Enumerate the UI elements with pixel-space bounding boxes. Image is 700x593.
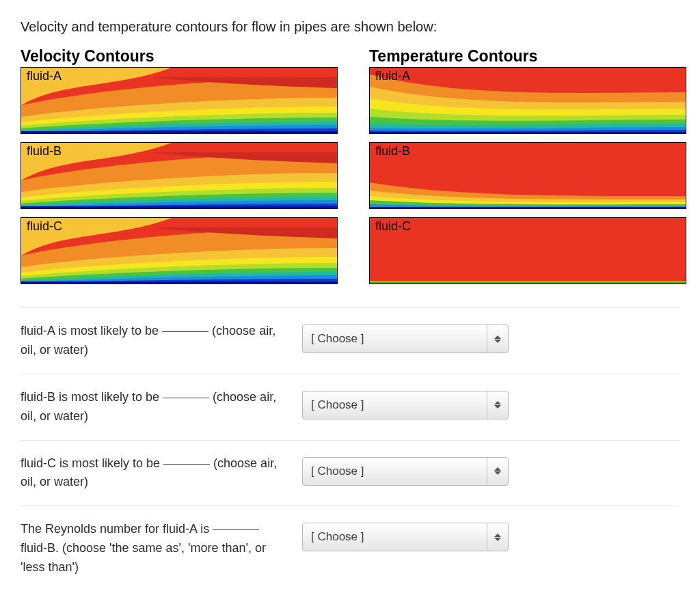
question-prompt: fluid-B is most likely to be (choose air… xyxy=(21,388,287,426)
panel-label: fluid-C xyxy=(27,219,62,234)
select-arrows-icon xyxy=(487,458,508,485)
contour-columns: Velocity Contours xyxy=(21,47,679,292)
prompt-text: fluid-C is most likely to be xyxy=(21,456,163,470)
question-prompt: The Reynolds number for fluid-A is fluid… xyxy=(21,520,287,577)
blank-line xyxy=(163,464,210,465)
question-row: fluid-C is most likely to be (choose air… xyxy=(21,441,679,506)
svg-rect-7 xyxy=(370,218,686,284)
panel-label: fluid-A xyxy=(27,69,62,83)
prompt-text: fluid-B is most likely to be xyxy=(21,390,163,404)
panel-label: fluid-B xyxy=(27,144,62,158)
answer-select[interactable]: [ Choose ] xyxy=(302,457,509,486)
temperature-panel-a: fluid-A xyxy=(369,67,686,134)
select-arrows-icon xyxy=(487,391,508,419)
velocity-column: Velocity Contours xyxy=(21,47,338,292)
select-value: [ Choose ] xyxy=(303,398,364,412)
panel-label: fluid-C xyxy=(375,219,411,234)
select-arrows-icon xyxy=(487,325,508,353)
prompt-text: The Reynolds number for fluid-A is xyxy=(21,522,213,536)
temperature-panel-c: fluid-C xyxy=(369,217,686,284)
answer-select[interactable]: [ Choose ] xyxy=(302,523,509,551)
svg-rect-0 xyxy=(21,131,337,133)
intro-text: Velocity and temperature contours for fl… xyxy=(21,19,679,35)
temperature-title: Temperature Contours xyxy=(369,47,686,66)
question-prompt: fluid-A is most likely to be (choose air… xyxy=(21,322,287,360)
select-arrows-icon xyxy=(487,523,508,551)
svg-rect-2 xyxy=(21,281,337,284)
select-value: [ Choose ] xyxy=(303,465,364,478)
select-value: [ Choose ] xyxy=(303,530,364,544)
question-list: fluid-A is most likely to be (choose air… xyxy=(21,307,679,591)
question-row: The Reynolds number for fluid-A is fluid… xyxy=(21,506,679,591)
question-row: fluid-B is most likely to be (choose air… xyxy=(21,374,679,440)
question-prompt: fluid-C is most likely to be (choose air… xyxy=(21,454,287,493)
blank-line xyxy=(213,529,259,530)
prompt-text: fluid-A is most likely to be xyxy=(21,324,162,337)
velocity-panel-b: fluid-B xyxy=(21,142,338,209)
svg-rect-1 xyxy=(21,206,337,208)
svg-rect-9 xyxy=(370,282,686,284)
velocity-panel-c: fluid-C xyxy=(21,217,338,284)
answer-select[interactable]: [ Choose ] xyxy=(302,325,509,353)
select-value: [ Choose ] xyxy=(303,332,364,346)
velocity-panel-a: fluid-A xyxy=(21,67,338,134)
panel-label: fluid-A xyxy=(375,69,410,83)
prompt-text: fluid-B. (choose 'the same as', 'more th… xyxy=(21,541,266,574)
velocity-title: Velocity Contours xyxy=(21,47,338,66)
blank-line xyxy=(163,398,209,398)
temperature-panel-b: fluid-B xyxy=(369,142,686,209)
svg-rect-8 xyxy=(370,281,686,282)
svg-rect-6 xyxy=(370,207,686,208)
question-row: fluid-A is most likely to be (choose air… xyxy=(21,308,679,374)
temperature-column: Temperature Contours xyxy=(369,47,686,292)
svg-rect-4 xyxy=(370,132,686,133)
blank-line xyxy=(162,331,208,332)
answer-select[interactable]: [ Choose ] xyxy=(302,391,509,419)
panel-label: fluid-B xyxy=(375,144,410,158)
